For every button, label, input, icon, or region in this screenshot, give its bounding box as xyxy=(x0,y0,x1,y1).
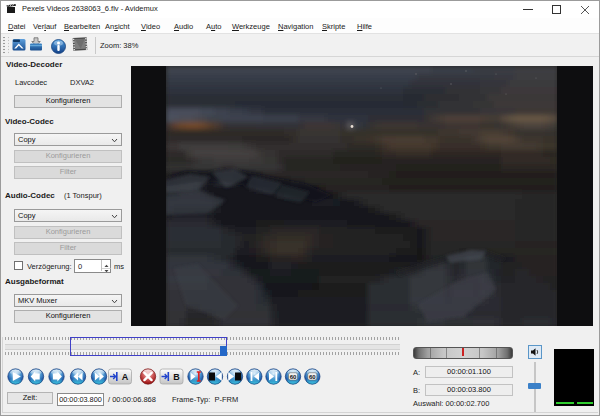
svg-text:60: 60 xyxy=(290,374,297,380)
svg-text:60: 60 xyxy=(309,374,316,380)
svg-text:B: B xyxy=(173,372,180,382)
svg-text:A: A xyxy=(122,372,129,382)
